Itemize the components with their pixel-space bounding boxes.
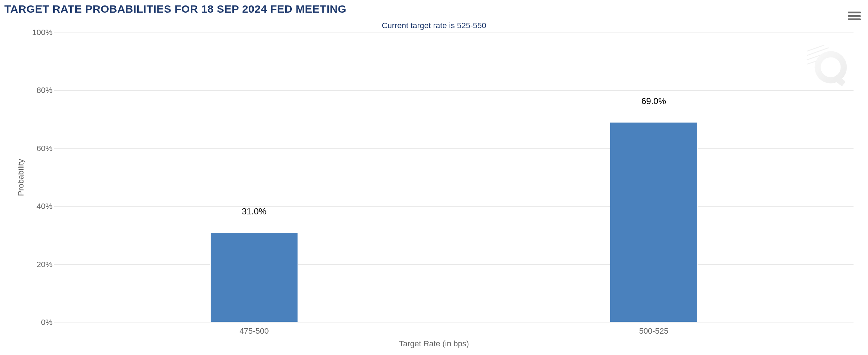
gridline [54,322,854,322]
chart-container: TARGET RATE PROBABILITIES FOR 18 SEP 202… [0,0,868,355]
y-tick-label: 40% [18,202,52,211]
plot-area: Probability 31.0%475-50069.0%500-525 0%2… [18,33,854,322]
bar[interactable] [210,232,298,322]
x-tick-label: 500-525 [639,322,669,336]
y-tick-label: 100% [18,28,52,37]
bar-value-label: 31.0% [242,206,266,219]
chart-subtitle: Current target rate is 525-550 [0,21,868,30]
x-axis-title: Target Rate (in bps) [0,339,868,348]
y-axis-title: Probability [16,159,26,196]
y-tick-label: 60% [18,144,52,153]
category-divider [454,33,454,322]
x-tick-label: 475-500 [240,322,269,336]
chart-title: TARGET RATE PROBABILITIES FOR 18 SEP 202… [4,3,346,15]
bar[interactable] [610,122,698,322]
hamburger-icon [848,12,861,13]
y-tick-label: 80% [18,86,52,95]
y-tick-label: 0% [18,318,52,327]
chart-menu-button[interactable] [847,10,861,22]
plot-inner: 31.0%475-50069.0%500-525 [54,33,854,322]
bar-value-label: 69.0% [641,96,666,109]
y-tick-label: 20% [18,260,52,269]
